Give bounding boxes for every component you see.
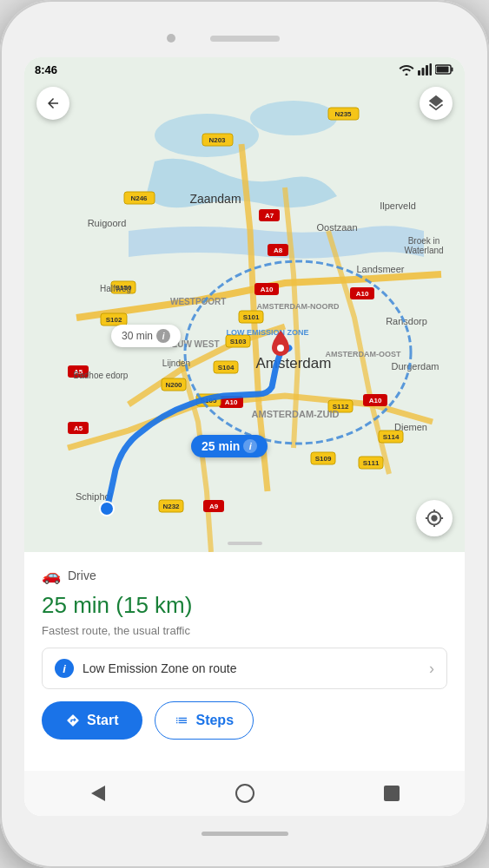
bottom-panel: 🚗 Drive 25 min (15 km) Fastest route, th…: [24, 552, 465, 771]
start-button[interactable]: Start: [42, 701, 142, 740]
svg-text:AMSTERDAM-OOST: AMSTERDAM-OOST: [326, 350, 401, 358]
location-button[interactable]: [416, 500, 453, 536]
svg-point-82: [277, 345, 284, 352]
status-bar: 8:46: [24, 57, 465, 82]
bottom-indicator: [202, 832, 288, 836]
svg-text:A10: A10: [356, 290, 369, 298]
map-handle: [228, 542, 262, 545]
start-navigation-icon: [66, 713, 80, 727]
phone-camera: [167, 34, 175, 43]
svg-text:Amsterdam: Amsterdam: [256, 355, 332, 372]
svg-text:LOW EMISSION ZONE: LOW EMISSION ZONE: [226, 328, 308, 337]
svg-text:S103: S103: [230, 338, 247, 345]
svg-text:A5: A5: [74, 424, 83, 432]
lez-info-icon: i: [55, 659, 74, 678]
svg-text:S111: S111: [363, 459, 380, 467]
svg-text:A10: A10: [369, 397, 382, 404]
phone-top-bar: [24, 26, 465, 50]
svg-text:N203: N203: [208, 136, 226, 144]
wifi-icon: [399, 63, 414, 76]
phone-speaker: [210, 36, 280, 42]
nav-back-button[interactable]: [81, 776, 116, 811]
battery-icon: [435, 64, 454, 75]
steps-button[interactable]: Steps: [155, 701, 254, 740]
svg-text:S101: S101: [243, 313, 260, 321]
nav-recent-icon: [384, 786, 400, 801]
status-time: 8:46: [35, 63, 57, 76]
action-buttons: Start Steps: [42, 701, 447, 740]
svg-text:A10: A10: [261, 286, 274, 293]
lez-text: Low Emission Zone on route: [83, 661, 236, 675]
svg-text:A8: A8: [274, 247, 283, 254]
alt-duration-label: 30 min: [122, 330, 153, 342]
map-area: N246 N203 N235 S150 S102 A7 A8 A10 A10: [24, 57, 465, 552]
lez-chevron-icon: ›: [429, 660, 434, 678]
main-duration-badge[interactable]: 25 min i: [191, 435, 268, 457]
nav-back-icon: [91, 786, 105, 801]
lez-left: i Low Emission Zone on route: [55, 659, 236, 678]
drive-label: Drive: [68, 569, 96, 582]
map-svg: N246 N203 N235 S150 S102 A7 A8 A10 A10: [24, 57, 465, 552]
nav-home-button[interactable]: [228, 776, 262, 811]
svg-point-83: [100, 502, 114, 516]
svg-text:Ruigoord: Ruigoord: [88, 218, 127, 228]
svg-rect-0: [418, 70, 420, 76]
svg-rect-1: [422, 68, 425, 76]
location-icon: [425, 509, 444, 528]
back-button[interactable]: [36, 87, 69, 120]
svg-text:Ransdorp: Ransdorp: [386, 316, 427, 326]
svg-text:Ilperveld: Ilperveld: [380, 201, 416, 211]
status-icons: [399, 63, 454, 76]
phone-shell: 8:46: [0, 0, 489, 868]
svg-text:A10: A10: [225, 398, 238, 406]
svg-rect-2: [426, 65, 428, 76]
svg-text:Zaandam: Zaandam: [189, 192, 241, 206]
back-arrow-icon: [45, 95, 61, 111]
alt-info-icon: i: [156, 329, 170, 343]
svg-text:N232: N232: [162, 503, 180, 510]
phone-bottom-bar: [24, 825, 465, 842]
drive-row: 🚗 Drive: [42, 566, 447, 585]
svg-text:S114: S114: [383, 433, 400, 441]
steps-label: Steps: [195, 713, 234, 728]
nav-home-icon: [235, 784, 254, 803]
start-label: Start: [87, 713, 118, 728]
duration-label: 25 min (15 km): [42, 592, 192, 618]
svg-text:N200: N200: [165, 381, 182, 389]
drive-icon: 🚗: [42, 566, 61, 585]
svg-text:Oostzaan: Oostzaan: [316, 222, 357, 233]
layers-icon: [426, 94, 446, 113]
steps-icon: [175, 713, 188, 727]
nav-bar: [24, 771, 465, 816]
svg-rect-6: [437, 67, 449, 73]
lez-banner[interactable]: i Low Emission Zone on route ›: [42, 648, 447, 689]
layers-button[interactable]: [420, 87, 453, 120]
svg-text:Broek in: Broek in: [408, 236, 440, 246]
nav-recent-button[interactable]: [374, 776, 409, 811]
svg-text:Waterland: Waterland: [404, 246, 443, 255]
svg-text:Halfweg: Halfweg: [100, 284, 131, 293]
svg-text:Landsmeer: Landsmeer: [356, 264, 404, 274]
svg-text:S104: S104: [218, 364, 235, 372]
svg-text:A9: A9: [209, 503, 219, 510]
traffic-note: Fastest route, the usual traffic: [42, 624, 447, 637]
svg-text:AMSTERDAM-ZUID: AMSTERDAM-ZUID: [252, 409, 340, 419]
svg-text:S102: S102: [106, 316, 122, 324]
svg-rect-5: [452, 68, 453, 72]
svg-text:AMSTERDAM-NOORD: AMSTERDAM-NOORD: [257, 302, 340, 311]
svg-text:A7: A7: [265, 212, 274, 220]
signal-icon: [418, 63, 432, 76]
svg-text:N246: N246: [130, 194, 148, 202]
screen: 8:46: [24, 57, 465, 816]
svg-text:N235: N235: [334, 110, 352, 118]
svg-text:Diemen: Diemen: [394, 422, 427, 432]
svg-text:S109: S109: [315, 455, 332, 463]
svg-rect-3: [430, 63, 433, 76]
alt-duration-badge[interactable]: 30 min i: [111, 325, 181, 347]
main-info-icon: i: [243, 439, 257, 453]
svg-text:Badhoe edorp: Badhoe edorp: [74, 371, 129, 380]
duration-row: 25 min (15 km): [42, 592, 447, 619]
svg-text:WESTPOORT: WESTPOORT: [170, 297, 226, 306]
svg-text:Durgerdam: Durgerdam: [391, 361, 439, 372]
svg-point-9: [250, 101, 337, 135]
